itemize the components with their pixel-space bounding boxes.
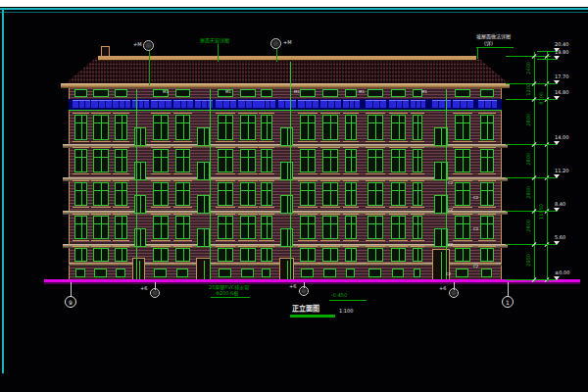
blue-window — [216, 100, 236, 108]
axis-leader-white — [71, 282, 72, 296]
window-lintel — [453, 147, 472, 148]
attic-window — [93, 89, 109, 97]
detail-callout-circle — [143, 40, 154, 51]
basement-window — [414, 269, 420, 277]
window-sill — [216, 173, 235, 174]
window-type-label: M1 — [225, 90, 231, 94]
blue-window — [73, 100, 90, 108]
level-value: 5.60 — [555, 235, 565, 240]
blue-window — [343, 100, 360, 108]
window-sill — [238, 141, 258, 142]
window-sill — [453, 240, 472, 241]
window-sill — [366, 141, 385, 142]
basement-window — [176, 269, 188, 277]
level-value: 14.00 — [555, 135, 568, 140]
window-sill — [151, 263, 171, 264]
drawing-scale: 1:100 — [339, 309, 353, 314]
window-lintel — [173, 180, 192, 181]
window-lintel — [91, 214, 111, 215]
basement-window — [368, 269, 381, 277]
basement-window — [116, 269, 125, 277]
callout-leader — [149, 51, 150, 85]
window-sill — [216, 263, 235, 264]
window-lintel — [238, 147, 258, 148]
window-lintel — [389, 180, 408, 181]
window — [300, 248, 316, 262]
attic-window — [74, 89, 87, 97]
attic-window — [175, 89, 190, 97]
blue-window — [478, 100, 497, 108]
entrance-door — [132, 258, 145, 280]
window-sill — [216, 207, 235, 208]
window-sill — [73, 240, 89, 241]
basement-window — [392, 269, 404, 277]
window — [115, 149, 127, 172]
window-lintel — [151, 147, 171, 148]
window-lintel — [151, 180, 171, 181]
cad-drawing-page: 屋面天窗详图 +M +M 坡屋面做法详图 (详) 25厚聚PVC排水管 Φ200… — [0, 0, 588, 392]
axis-bubble-right: 1 — [502, 296, 514, 308]
window — [261, 149, 272, 172]
basement-window — [241, 269, 254, 277]
window-lintel — [453, 180, 472, 181]
level-flag-icon — [554, 241, 560, 245]
level-value: 19.80 — [555, 50, 568, 55]
window-sill — [298, 240, 318, 241]
downspout-pipe — [210, 89, 211, 279]
window-sill — [73, 263, 89, 264]
window-sill — [478, 141, 496, 142]
window-sill — [73, 207, 89, 208]
window-sill — [173, 141, 192, 142]
window-lintel — [113, 147, 129, 148]
drawing-title: 正立面图 — [292, 306, 319, 313]
window — [115, 248, 127, 262]
ground-level-note: -0.450 — [331, 293, 347, 298]
level-flag-icon — [554, 56, 560, 60]
window — [74, 182, 87, 206]
callout-leader-white — [304, 282, 305, 288]
dim-text-inner: 2950 — [526, 254, 531, 267]
stair-level-label: C2 — [473, 265, 478, 269]
window — [455, 182, 470, 206]
window-sill — [320, 207, 340, 208]
window-sill — [113, 207, 129, 208]
window-sill — [366, 173, 385, 174]
window-lintel — [411, 113, 424, 114]
blue-window — [91, 100, 112, 108]
level-value: 8.40 — [555, 202, 565, 207]
window-lintel — [173, 113, 192, 114]
window-sill — [411, 263, 424, 264]
window-type-label: M1 — [421, 90, 427, 94]
window-lintel — [478, 147, 496, 148]
detail-callout-label: +6 — [289, 284, 296, 289]
window — [93, 115, 109, 140]
window — [115, 115, 127, 140]
blue-window — [238, 100, 259, 108]
window-sill — [173, 207, 192, 208]
window-sill — [259, 263, 274, 264]
blue-window — [132, 100, 149, 108]
window — [322, 149, 338, 172]
blue-window — [173, 100, 193, 108]
window — [391, 216, 406, 239]
window — [240, 149, 256, 172]
roof-right-note-line2: (详) — [484, 41, 493, 46]
window-lintel — [173, 147, 192, 148]
level-value: ±0.00 — [555, 270, 569, 275]
window — [218, 115, 233, 140]
window-lintel — [389, 147, 408, 148]
window — [175, 149, 190, 172]
ground-line — [44, 279, 580, 282]
window-sill — [320, 240, 340, 241]
roof-chimney — [101, 46, 110, 57]
window — [368, 149, 383, 172]
dim-chain-line-outer — [547, 52, 548, 282]
window-lintel — [298, 214, 318, 215]
window — [300, 149, 316, 172]
window-sill — [343, 141, 359, 142]
window-sill — [478, 263, 496, 264]
window — [391, 149, 406, 172]
window — [480, 182, 494, 206]
window-sill — [320, 141, 340, 142]
title-underline — [290, 315, 335, 318]
